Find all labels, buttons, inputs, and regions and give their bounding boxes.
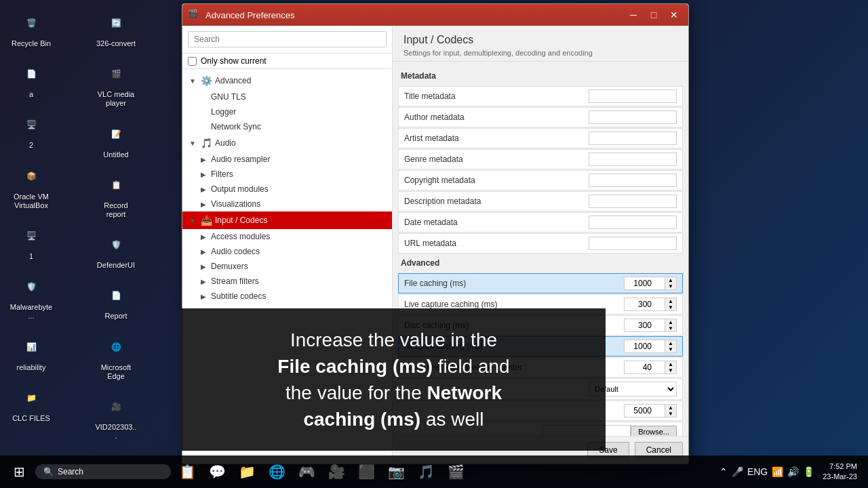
only-current-checkbox[interactable]	[188, 57, 197, 66]
subtitle-expand: ▶	[199, 293, 208, 300]
file-caching-input[interactable]	[624, 277, 665, 290]
taskbar-expand-icon[interactable]: ⌃	[719, 466, 728, 477]
desktop-icon-2[interactable]: 🖥️ 2	[7, 108, 56, 152]
taskbar-lang-label: ENG	[747, 466, 768, 477]
file-caching-down[interactable]: ▼	[665, 283, 676, 289]
tree-item-visualizations[interactable]: ▶ Visualizations	[182, 197, 392, 211]
advanced-gear-icon: ⚙️	[200, 75, 212, 87]
taskbar-explorer-icon[interactable]: 📁	[233, 458, 260, 485]
url-metadata-input[interactable]	[589, 237, 677, 250]
desktop-icon-a[interactable]: 📄 a	[7, 58, 56, 102]
taskbar-mic-icon[interactable]: 🎤	[732, 466, 743, 477]
defenderui-label: DefenderUI	[97, 261, 135, 270]
maximize-button[interactable]: □	[645, 8, 663, 22]
taskbar-vlc-taskbar-icon[interactable]: 🎬	[442, 458, 469, 485]
tree-item-stream-filters[interactable]: ▶ Stream filters	[182, 274, 392, 289]
access-modules-label: Access modules	[211, 232, 387, 241]
title-metadata-input[interactable]	[589, 89, 677, 103]
spin5000-up[interactable]: ▲	[665, 405, 676, 411]
tree-item-advanced[interactable]: ▼ ⚙️ Advanced	[182, 72, 392, 89]
tree-item-logger[interactable]: Logger	[182, 104, 392, 119]
desktop-icon-recycle-bin[interactable]: 🗑️ Recycle Bin	[7, 7, 56, 51]
recycle-bin-icon: 🗑️	[18, 9, 45, 37]
tree-item-filters[interactable]: ▶ Filters	[182, 167, 392, 182]
desktop-icon-defenderui[interactable]: 🛡️ DefenderUI	[92, 228, 140, 272]
desktop-icon-record[interactable]: 📋 Record report	[92, 169, 140, 222]
tree-item-output-modules[interactable]: ▶ Output modules	[182, 182, 392, 197]
live-capture-input[interactable]	[624, 298, 665, 311]
taskbar-time-area[interactable]: 7:52 PM 23-Mar-23	[817, 462, 863, 483]
artist-metadata-input[interactable]	[589, 131, 677, 145]
tree-item-audio-codecs[interactable]: ▶ Audio codecs	[182, 244, 392, 259]
tree-item-subtitle-codecs[interactable]: ▶ Subtitle codecs	[182, 289, 392, 304]
clc-icon: 📁	[18, 384, 45, 411]
tree-item-audio[interactable]: ▼ 🎵 Audio	[182, 134, 392, 152]
desktop-icon-clc[interactable]: 📁 CLC FILES	[7, 382, 56, 426]
close-button[interactable]: ✕	[665, 8, 683, 22]
desktop-icon-reliability[interactable]: 📊 reliability	[7, 331, 56, 375]
disc-caching-up[interactable]: ▲	[665, 319, 676, 325]
network-caching-up[interactable]: ▲	[665, 340, 676, 346]
tree-item-gnu-tls[interactable]: GNU TLS	[182, 89, 392, 104]
copyright-metadata-input[interactable]	[589, 174, 677, 187]
desktop-icon-326[interactable]: 🔄 326-convert	[92, 7, 140, 51]
tree-item-input-codecs[interactable]: ▼ 📥 Input / Codecs	[182, 211, 392, 229]
desktop-icon-edge[interactable]: 🌐 Microsoft Edge	[92, 331, 140, 384]
disc-caching-down[interactable]: ▼	[665, 325, 676, 331]
browse1-button[interactable]: Browse...	[631, 426, 677, 436]
clc-label: CLC FILES	[12, 414, 50, 423]
recycle-bin-label: Recycle Bin	[12, 39, 51, 48]
input-codecs-label: Input / Codecs	[215, 216, 387, 225]
genre-metadata-input[interactable]	[589, 152, 677, 166]
desktop-icon-vid[interactable]: 🎥 VID202303...	[92, 390, 140, 443]
network-caching-down[interactable]: ▼	[665, 346, 676, 352]
advanced-section-header: Advanced	[398, 254, 683, 270]
taskbar-steam-icon[interactable]: 🎮	[293, 458, 320, 485]
taskbar-battery-icon[interactable]: 🔋	[803, 466, 814, 477]
taskbar-chat-icon[interactable]: 💬	[203, 458, 231, 485]
disc-caching-input[interactable]	[624, 319, 665, 332]
search-input[interactable]	[188, 31, 387, 47]
demuxers-expand: ▶	[199, 263, 208, 270]
vlc-window-title: Advanced Preferences	[205, 10, 619, 20]
spin5000-down[interactable]: ▼	[665, 411, 676, 417]
desktop-icon-vlc[interactable]: 🎬 VLC media player	[92, 58, 140, 110]
tree-item-access-modules[interactable]: ▶ Access modules	[182, 229, 392, 244]
tree-item-audio-resampler[interactable]: ▶ Audio resampler	[182, 152, 392, 167]
live-capture-up[interactable]: ▲	[665, 298, 676, 304]
taskbar-edge-icon[interactable]: 🌐	[263, 458, 290, 485]
tree-item-network-sync[interactable]: Network Sync	[182, 119, 392, 134]
taskbar-widgets-icon[interactable]: 📋	[174, 458, 201, 485]
network-caching-input[interactable]	[624, 340, 665, 353]
live-capture-down[interactable]: ▼	[665, 304, 676, 310]
tree-item-demuxers[interactable]: ▶ Demuxers	[182, 259, 392, 274]
taskbar-obs-icon[interactable]: 🎥	[323, 458, 350, 485]
file-caching-label: File caching (ms)	[404, 279, 624, 288]
date-metadata-input[interactable]	[589, 216, 677, 229]
description-metadata-input[interactable]	[589, 195, 677, 208]
file-caching-up[interactable]: ▲	[665, 277, 676, 283]
desktop-icon-malwarebytes[interactable]: 🛡️ Malwarebyte...	[7, 270, 56, 323]
taskbar-camera-icon[interactable]: 📷	[382, 458, 410, 485]
start-button[interactable]: ⊞	[5, 458, 33, 485]
audio-icon: 🎵	[200, 137, 212, 149]
desktop-icon-report[interactable]: 📄 Report	[92, 279, 140, 323]
clock-reference-input[interactable]	[624, 361, 665, 374]
desktop-icon-untitled[interactable]: 📝 Untitled	[92, 118, 140, 162]
taskbar-search[interactable]: 🔍 Search	[35, 464, 171, 479]
clock-ref-down[interactable]: ▼	[665, 367, 676, 373]
taskbar-sound-icon[interactable]: 🔊	[787, 466, 799, 477]
desktop: 🗑️ Recycle Bin 📄 a 🖥️ 2 📦 Oracle VM Virt…	[0, 0, 868, 488]
minimize-button[interactable]: ─	[625, 8, 642, 22]
taskbar-music-icon[interactable]: 🎵	[412, 458, 439, 485]
author-metadata-input[interactable]	[589, 110, 677, 124]
desktop-icon-1[interactable]: 🖥️ 1	[7, 220, 56, 264]
spin5000-input[interactable]	[624, 404, 665, 418]
taskbar-terminal-icon[interactable]: ⬛	[353, 458, 380, 485]
taskbar-system-icons: ⌃ 🎤 ENG 📶 🔊 🔋	[719, 466, 814, 477]
taskbar-network-icon[interactable]: 📶	[772, 466, 783, 477]
clock-ref-up[interactable]: ▲	[665, 361, 676, 367]
desktop-icon-oracle[interactable]: 📦 Oracle VM VirtualBox	[7, 160, 56, 213]
vlc-right-header: Input / Codecs Settings for input, demul…	[393, 26, 688, 62]
disc-caching-spinner: ▲ ▼	[624, 319, 677, 332]
